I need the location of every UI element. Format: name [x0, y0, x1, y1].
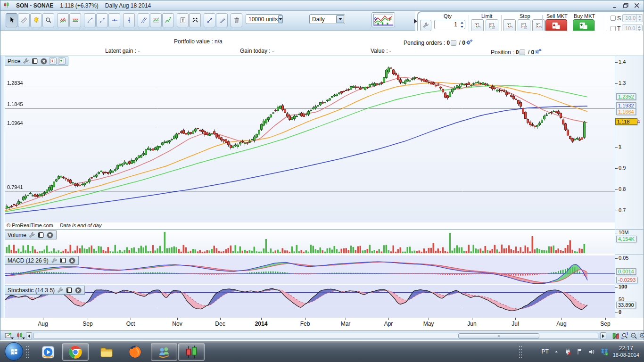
- restore-button[interactable]: [622, 2, 630, 9]
- window-icon[interactable]: [59, 257, 67, 264]
- close-circle-icon[interactable]: [74, 287, 82, 294]
- media-player-taskbar-button[interactable]: [39, 343, 58, 361]
- volume-axis-tick-dash: [615, 233, 618, 233]
- chart-mode-dropdown-caret[interactable]: [22, 337, 25, 339]
- close-button[interactable]: [633, 2, 641, 9]
- x-axis-month-label: Aug: [551, 321, 572, 327]
- qty-spinner[interactable]: [459, 20, 465, 29]
- hline-tool-button[interactable]: [108, 13, 120, 27]
- indicator-value-badge: 1.2352: [616, 93, 636, 100]
- units-dropdown-button[interactable]: [278, 15, 283, 23]
- toolbox-tool-button[interactable]: [189, 13, 201, 27]
- wrench-icon[interactable]: [28, 231, 36, 239]
- title-bar[interactable]: SON - SONAE 1.118 (+6.37%) Daily Aug 18 …: [0, 0, 644, 11]
- scrollbar-track[interactable]: ≡: [33, 333, 598, 339]
- stochastic-panel-header[interactable]: Stochastic (14 3 5): [5, 286, 85, 295]
- chart-style-button[interactable]: [372, 12, 395, 27]
- indicator-value-badge: 1.1932: [616, 102, 636, 109]
- stochastic-axis-tick-dash: [615, 287, 618, 288]
- flag-icon[interactable]: [576, 348, 584, 355]
- close-circle-icon[interactable]: [40, 58, 48, 65]
- trash-tool-button[interactable]: [231, 13, 242, 27]
- wrench-icon[interactable]: [57, 287, 64, 294]
- macd-chart-canvas[interactable]: [5, 255, 615, 284]
- firefox-taskbar-button[interactable]: [125, 343, 144, 361]
- value-field: Value : -: [371, 48, 391, 54]
- units-dropdown[interactable]: 10000 units: [246, 14, 282, 24]
- messenger-taskbar-button[interactable]: [151, 343, 177, 361]
- period-dropdown-button[interactable]: [336, 15, 344, 23]
- price-chart-canvas[interactable]: [5, 57, 615, 222]
- price-panel-header[interactable]: Price: [5, 57, 68, 66]
- tray-time: 22:17: [613, 345, 639, 352]
- wrench-icon[interactable]: [22, 58, 30, 65]
- x-axis-month-label: Aug: [33, 321, 53, 327]
- chart-export-dropdown-caret[interactable]: [11, 337, 14, 339]
- period-dropdown[interactable]: Daily: [309, 14, 345, 24]
- window-icon[interactable]: [31, 58, 39, 65]
- stochastic-panel-title: Stochastic (14 3 5): [8, 287, 55, 294]
- pointer-tool-button[interactable]: [6, 13, 17, 27]
- stochastic-axis-tick-dash: [615, 313, 618, 313]
- window-icon[interactable]: [66, 287, 73, 294]
- panel-collapse-arrow[interactable]: [414, 19, 417, 24]
- zigzag-tool-button[interactable]: [162, 13, 174, 27]
- zoom-in-button[interactable]: [637, 331, 644, 340]
- alarm-tool-button[interactable]: [30, 13, 42, 27]
- stop-label: Stop: [520, 13, 530, 19]
- trendline-tool-button[interactable]: [96, 13, 108, 27]
- tray-clock[interactable]: 22:17 18-08-2014: [613, 345, 642, 359]
- wrench-icon[interactable]: [50, 257, 58, 264]
- start-button[interactable]: [5, 342, 23, 361]
- pending-mini-doc-button[interactable]: [451, 40, 456, 46]
- volume-chart-canvas[interactable]: [5, 230, 615, 254]
- scroll-left-button[interactable]: [26, 332, 32, 339]
- stop-loss-input[interactable]: 10.0: [622, 14, 643, 22]
- right-price-axis[interactable]: 1.41.310.90.80.71.23521.19321.16641.1141…: [615, 56, 644, 318]
- segment-tool-button[interactable]: [84, 13, 96, 27]
- trade-settings-button[interactable]: [420, 20, 431, 31]
- x-axis-month-label: Feb: [295, 321, 315, 327]
- order-up-icon[interactable]: [58, 58, 66, 65]
- ruler-tool-button[interactable]: [18, 13, 30, 27]
- x-axis-tick: [220, 318, 221, 320]
- parallel2-tool-button[interactable]: [216, 13, 228, 27]
- chrome-taskbar-button[interactable]: [62, 343, 89, 361]
- order-down-icon[interactable]: [49, 58, 57, 65]
- stop-loss-checkbox[interactable]: [611, 16, 616, 21]
- minimize-button[interactable]: [611, 2, 619, 9]
- language-indicator[interactable]: PT: [541, 348, 548, 355]
- volume-icon[interactable]: [588, 348, 596, 356]
- pending-gears-icon[interactable]: [465, 38, 473, 46]
- stochastic-chart-canvas[interactable]: [5, 285, 615, 318]
- sell-mkt-label: Sell MKT: [546, 13, 568, 19]
- close-circle-icon[interactable]: [68, 257, 76, 264]
- scrollbar-thumb[interactable]: ≡: [458, 333, 539, 338]
- x-axis-tick: [43, 318, 43, 320]
- pending-count: 0: [446, 40, 450, 46]
- position-mini-doc-button[interactable]: [520, 49, 525, 55]
- vline-tool-button[interactable]: [123, 13, 135, 27]
- parallel-tool-button[interactable]: [138, 13, 149, 27]
- pending-count2: 0: [462, 40, 465, 46]
- tray-expand-icon[interactable]: [553, 348, 560, 355]
- macd-panel-header[interactable]: MACD (12 26 9): [5, 256, 79, 265]
- scroll-right-button[interactable]: [600, 332, 606, 339]
- qty-input[interactable]: 1: [434, 20, 465, 29]
- x-axis[interactable]: AugSepOctNovDec2014FebMarAprMayJunJulAug…: [4, 318, 615, 331]
- text-tool-button[interactable]: [177, 13, 189, 27]
- volume-panel-header[interactable]: Volume: [5, 230, 57, 239]
- prorealtime-taskbar-button[interactable]: [178, 343, 205, 361]
- axis-panel-separator: [615, 229, 644, 230]
- position-gears-icon[interactable]: [534, 48, 542, 56]
- power-icon[interactable]: [564, 348, 572, 356]
- move-tool-button[interactable]: [204, 13, 215, 27]
- pattern-tool-button[interactable]: [57, 13, 69, 27]
- window-icon[interactable]: [37, 231, 45, 239]
- zoom-tool-button[interactable]: [42, 13, 54, 27]
- fibonacci-tool-button[interactable]: [150, 13, 162, 27]
- close-circle-icon[interactable]: [46, 231, 54, 239]
- explorer-taskbar-button[interactable]: [97, 343, 116, 361]
- dropbox-icon[interactable]: [600, 347, 609, 356]
- channel-tool-button[interactable]: [69, 13, 81, 27]
